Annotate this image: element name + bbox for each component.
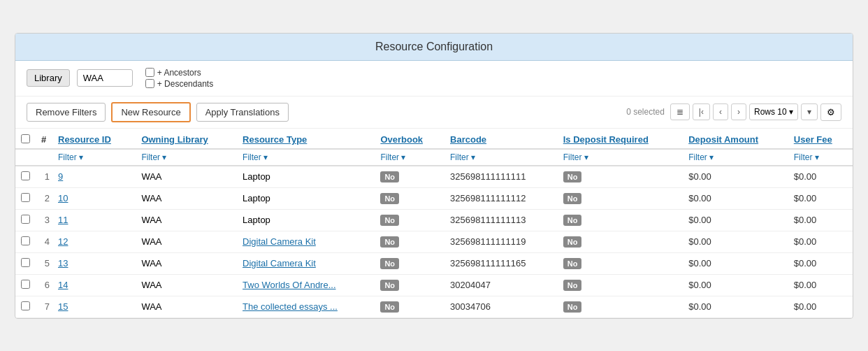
deposit-required-cell: No xyxy=(558,296,683,317)
select-all-checkbox[interactable] xyxy=(21,134,30,143)
table-row: 3 11 WAA Laptop No 325698111111113 No $0… xyxy=(15,209,853,231)
new-resource-button[interactable]: New Resource xyxy=(111,102,190,122)
resource-type-text: Laptop xyxy=(243,215,270,225)
row-checkbox-cell xyxy=(15,296,36,317)
rows-select-button[interactable]: Rows 10 ▾ xyxy=(749,103,798,120)
row-number: 7 xyxy=(36,296,52,317)
overbook-badge: No xyxy=(380,258,399,269)
filter-deposit-amount[interactable]: Filter ▾ xyxy=(688,152,783,162)
col-resource-type[interactable]: Resource Type xyxy=(237,129,375,149)
barcode-cell: 30034706 xyxy=(444,296,558,317)
library-button[interactable]: Library xyxy=(27,69,70,87)
filter-resource-id[interactable]: Filter ▾ xyxy=(58,152,130,162)
table-body: 1 9 WAA Laptop No 325698111111111 No $0.… xyxy=(15,166,853,318)
resource-table: # Resource ID Owning Library Resource Ty… xyxy=(15,129,853,318)
resource-id-cell: 15 xyxy=(52,296,136,317)
filter-user-fee[interactable]: Filter ▾ xyxy=(794,152,847,162)
resource-id-link[interactable]: 15 xyxy=(58,301,68,312)
resource-type-link[interactable]: The collected essays ... xyxy=(243,301,338,312)
overbook-cell: No xyxy=(375,274,444,296)
resource-type-link[interactable]: Two Worlds Of Andre... xyxy=(243,280,335,290)
descendants-checkbox-row[interactable]: + Descendants xyxy=(145,79,213,89)
row-checkbox-cell xyxy=(15,231,36,252)
deposit-amount-cell: $0.00 xyxy=(683,252,788,274)
overbook-badge: No xyxy=(380,193,399,204)
row-number: 2 xyxy=(36,187,52,209)
deposit-required-cell: No xyxy=(558,187,683,209)
remove-filters-button[interactable]: Remove Filters xyxy=(27,103,106,122)
filter-owning-library[interactable]: Filter ▾ xyxy=(141,152,231,162)
columns-icon-button[interactable]: ≣ xyxy=(670,103,690,120)
resource-id-link[interactable]: 10 xyxy=(58,193,68,203)
owning-library-cell: WAA xyxy=(136,296,237,317)
overbook-badge: No xyxy=(380,301,399,313)
resource-id-link[interactable]: 9 xyxy=(58,171,63,182)
col-owning-library[interactable]: Owning Library xyxy=(136,129,237,149)
filter-deposit-required[interactable]: Filter ▾ xyxy=(563,152,677,162)
col-barcode[interactable]: Barcode xyxy=(444,129,558,149)
col-resource-id[interactable]: Resource ID xyxy=(52,129,136,149)
row-checkbox-cell xyxy=(15,252,36,274)
descendants-label: + Descendants xyxy=(157,79,213,89)
col-user-fee[interactable]: User Fee xyxy=(788,129,853,149)
row-checkbox[interactable] xyxy=(21,301,30,310)
resource-id-link[interactable]: 11 xyxy=(58,215,68,225)
resource-type-text: Laptop xyxy=(243,193,270,203)
next-page-button[interactable]: › xyxy=(731,103,746,120)
descendants-checkbox[interactable] xyxy=(145,79,154,88)
row-checkbox-cell xyxy=(15,209,36,231)
col-deposit-required[interactable]: Is Deposit Required xyxy=(558,129,683,149)
overbook-cell: No xyxy=(375,252,444,274)
filter-resource-type[interactable]: Filter ▾ xyxy=(243,152,369,162)
resource-type-link[interactable]: Digital Camera Kit xyxy=(243,236,316,247)
deposit-amount-cell: $0.00 xyxy=(683,296,788,317)
resource-type-cell: Laptop xyxy=(237,209,375,231)
expand-button[interactable]: ▾ xyxy=(801,103,818,120)
row-number: 3 xyxy=(36,209,52,231)
overbook-cell: No xyxy=(375,187,444,209)
deposit-required-badge: No xyxy=(563,258,582,269)
row-checkbox[interactable] xyxy=(21,171,30,180)
col-overbook[interactable]: Overbook xyxy=(375,129,444,149)
filter-row: Filter ▾ Filter ▾ Filter ▾ Filter ▾ Filt… xyxy=(15,149,853,166)
resource-type-text: Laptop xyxy=(243,171,270,182)
resource-id-cell: 10 xyxy=(52,187,136,209)
library-input[interactable] xyxy=(77,69,133,87)
resource-type-cell: Digital Camera Kit xyxy=(237,252,375,274)
resource-type-cell: Laptop xyxy=(237,187,375,209)
overbook-badge: No xyxy=(380,171,399,182)
ancestors-checkbox[interactable] xyxy=(145,68,154,77)
prev-page-button[interactable]: ‹ xyxy=(713,103,728,120)
resource-id-link[interactable]: 13 xyxy=(58,258,68,268)
barcode-cell: 30204047 xyxy=(444,274,558,296)
ancestors-checkbox-row[interactable]: + Ancestors xyxy=(145,68,213,78)
resource-id-link[interactable]: 14 xyxy=(58,280,68,290)
overbook-cell: No xyxy=(375,209,444,231)
row-number: 5 xyxy=(36,252,52,274)
user-fee-cell: $0.00 xyxy=(788,187,853,209)
barcode-cell: 325698111111112 xyxy=(444,187,558,209)
deposit-required-badge: No xyxy=(563,280,582,291)
row-checkbox[interactable] xyxy=(21,193,30,202)
owning-library-cell: WAA xyxy=(136,209,237,231)
resource-id-cell: 13 xyxy=(52,252,136,274)
first-page-button[interactable]: |‹ xyxy=(693,103,710,120)
col-deposit-amount[interactable]: Deposit Amount xyxy=(683,129,788,149)
resource-id-link[interactable]: 12 xyxy=(58,236,68,247)
overbook-badge: No xyxy=(380,236,399,248)
row-checkbox[interactable] xyxy=(21,236,30,245)
resource-type-link[interactable]: Digital Camera Kit xyxy=(243,258,316,268)
table-row: 2 10 WAA Laptop No 325698111111112 No $0… xyxy=(15,187,853,209)
row-checkbox[interactable] xyxy=(21,258,30,267)
gear-button[interactable]: ⚙ xyxy=(820,103,841,121)
filter-overbook[interactable]: Filter ▾ xyxy=(380,152,439,162)
row-checkbox[interactable] xyxy=(21,215,30,224)
filter-barcode[interactable]: Filter ▾ xyxy=(450,152,552,162)
deposit-required-cell: No xyxy=(558,209,683,231)
apply-translations-button[interactable]: Apply Translations xyxy=(196,103,289,122)
row-checkbox[interactable] xyxy=(21,280,30,289)
deposit-required-badge: No xyxy=(563,171,582,182)
row-number: 6 xyxy=(36,274,52,296)
deposit-required-cell: No xyxy=(558,231,683,252)
user-fee-cell: $0.00 xyxy=(788,166,853,188)
